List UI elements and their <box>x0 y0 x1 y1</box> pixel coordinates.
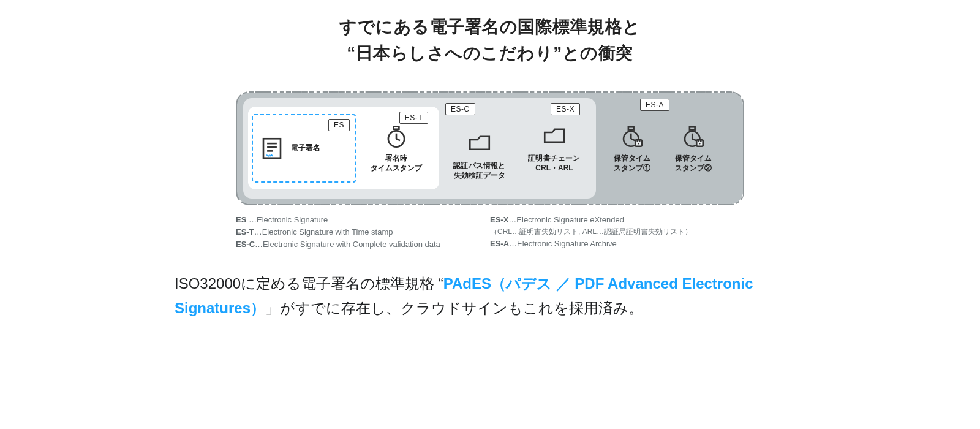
legend-esx-val: …Electronic Signature eXtended <box>508 215 624 224</box>
es-badge: ES <box>328 119 350 131</box>
es-t-label-1: 署名時 <box>371 153 422 163</box>
svg-rect-19 <box>690 127 695 129</box>
es-a2-label-2: スタンプ② <box>675 163 712 173</box>
legend-es-key: ES <box>236 215 246 224</box>
svg-point-22 <box>699 143 700 144</box>
es-a1-label-1: 保管タイム <box>614 153 651 163</box>
legend-esc-key: ES-C <box>236 240 255 249</box>
es-container: ES 電子署名 <box>252 114 356 183</box>
legend-est-val: …Electronic Signature with Time stamp <box>254 227 393 237</box>
es-a1-label-2: スタンプ① <box>614 163 651 173</box>
es-a1-cell: 保管タイム スタンプ① <box>605 124 660 173</box>
es-t-label-2: タイムスタンプ <box>371 163 422 173</box>
es-x-label-1: 証明書チェーン <box>528 153 580 163</box>
archive-timestamp-icon <box>619 124 645 150</box>
legend: ES …Electronic Signature ES-T…Electronic… <box>236 214 744 251</box>
es-c-badge: ES-C <box>445 103 475 115</box>
folder-icon <box>541 124 567 150</box>
es-x-container: ES-X ES-T ES <box>243 98 596 199</box>
svg-rect-7 <box>394 126 399 129</box>
page-title: すでにある電子署名の国際標準規格と “日本らしさへのこだわり”との衝突 <box>0 0 980 67</box>
svg-line-6 <box>396 139 400 140</box>
timestamp-icon <box>383 124 409 150</box>
es-x-label-2: CRL・ARL <box>528 163 580 173</box>
es-t-cell: 署名時 タイムスタンプ <box>360 124 433 173</box>
footer-part-1: ISO32000に定める電子署名の標準規格 “ <box>175 275 443 292</box>
es-a-badge: ES-A <box>640 99 669 111</box>
legend-esx-sub: （CRL…証明書失効リスト, ARL…認証局証明書失効リスト） <box>490 226 744 238</box>
svg-rect-12 <box>628 127 634 129</box>
es-c-cell: . ES-C 認証パス情報と 失効検証データ <box>443 116 516 180</box>
es-label: 電子署名 <box>291 143 320 153</box>
svg-line-18 <box>692 139 696 140</box>
es-x-badge: ES-X <box>551 103 580 115</box>
es-t-container: ES-T ES 電子署名 <box>248 107 439 189</box>
legend-left: ES …Electronic Signature ES-T…Electronic… <box>236 214 490 251</box>
es-a2-label-1: 保管タイム <box>675 153 712 163</box>
pades-diagram: ES-A ES-X ES-T ES <box>236 91 744 251</box>
legend-est-key: ES-T <box>236 227 254 237</box>
archive-timestamp-icon <box>680 124 706 150</box>
es-a-container: ES-A ES-X ES-T ES <box>236 91 744 205</box>
es-a2-cell: 保管タイム スタンプ② <box>666 124 721 173</box>
es-c-label-2: 失効検証データ <box>453 170 505 180</box>
page: すでにある電子署名の国際標準規格と “日本らしさへのこだわり”との衝突 ES-A… <box>0 0 980 429</box>
legend-esx-key: ES-X <box>490 215 508 224</box>
footer-text: ISO32000に定める電子署名の標準規格 “PAdES（パデス ／ PDF A… <box>175 271 805 320</box>
legend-es-val: …Electronic Signature <box>246 215 328 224</box>
document-icon <box>259 135 285 161</box>
legend-esa-val: …Electronic Signature Archive <box>509 239 617 248</box>
legend-esc-val: …Electronic Signature with Complete vali… <box>255 240 440 249</box>
footer-part-2: 」がすでに存在し、クラウドサインもこれを採用済み。 <box>265 300 643 316</box>
title-line-2: “日本らしさへのこだわり”との衝突 <box>0 40 980 66</box>
es-x-cell: 証明書チェーン CRL・ARL <box>518 124 591 173</box>
svg-line-11 <box>631 139 635 140</box>
legend-esa-key: ES-A <box>490 239 509 248</box>
svg-point-15 <box>638 143 639 144</box>
folder-icon <box>467 131 492 157</box>
legend-right: ES-X…Electronic Signature eXtended （CRL…… <box>490 214 744 251</box>
title-line-1: すでにある電子署名の国際標準規格と <box>0 13 980 40</box>
es-c-label-1: 認証パス情報と <box>453 161 505 170</box>
es-t-badge: ES-T <box>399 112 428 124</box>
